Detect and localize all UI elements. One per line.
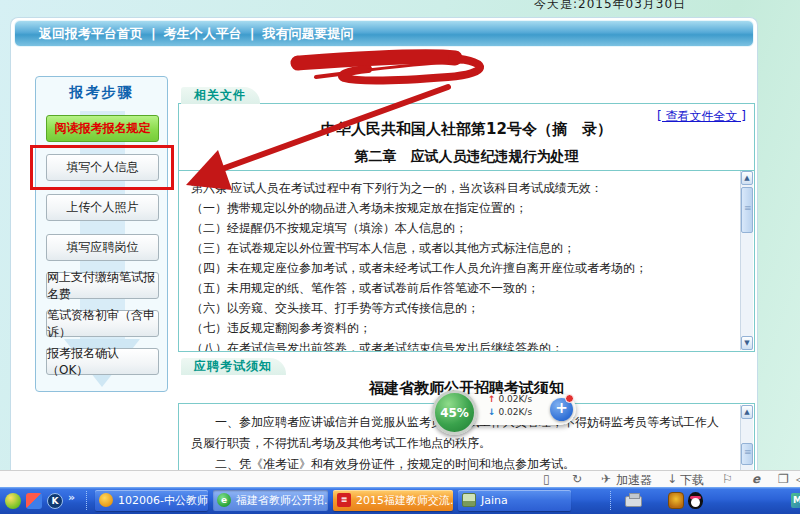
progress-circle[interactable]: 45% bbox=[432, 390, 477, 435]
accelerator-icon[interactable]: ✈ bbox=[601, 472, 611, 486]
flag-icon[interactable]: ⚐ bbox=[722, 472, 733, 486]
taskbar: K » 102006-中公教师考... e 福建省教师公开招... ≣ 2015… bbox=[0, 487, 800, 514]
regulation-line: （七）违反规定翻阅参考资料的； bbox=[191, 318, 730, 338]
tray-mascot-icon[interactable] bbox=[668, 492, 684, 509]
regulation-scrollbar[interactable]: ▲ ▼ bbox=[740, 171, 753, 350]
today-date: 今天是:2015年03月30日 bbox=[534, 0, 686, 13]
upload-speed: 0.02K/s bbox=[498, 394, 532, 404]
regulation-line: （一）携带规定以外的物品进入考场未按规定放在指定位置的； bbox=[191, 198, 730, 218]
speed-rates: ↑ 0.02K/s ↓ 0.02K/s bbox=[488, 393, 532, 419]
browser-status-bar: ▯ ↻ ✈ 加速器 ↓ 下载 ⚐ e ❐ ◁ bbox=[0, 470, 800, 487]
regulation-line: （四）未在规定座位参加考试，或者未经考试工作人员允许擅自离开座位或者考场的； bbox=[191, 258, 730, 278]
quicklaunch-app2-icon[interactable] bbox=[26, 493, 42, 509]
taskbutton-fujian-teacher-site[interactable]: e 福建省教师公开招... bbox=[213, 490, 328, 511]
mobile-icon[interactable]: ▯ bbox=[543, 472, 550, 486]
annotation-highlight-box bbox=[30, 145, 174, 190]
task2-app-icon: e bbox=[217, 493, 231, 507]
nav-separator: | bbox=[250, 26, 255, 41]
page-root: 今天是:2015年03月30日 返回报考平台首页 | 考生个人平台 | 我有问题… bbox=[0, 0, 800, 514]
tray-partial-app-icon[interactable]: M bbox=[791, 493, 800, 508]
tab-related-documents-label: 相关文件 bbox=[194, 87, 246, 104]
speaker-icon[interactable]: ◁ bbox=[796, 472, 800, 486]
nav-separator: | bbox=[151, 26, 156, 41]
window-icon[interactable]: ❐ bbox=[778, 472, 789, 486]
upload-arrow-icon: ↑ bbox=[488, 394, 496, 404]
step-read-rules-button[interactable]: 阅读报考报名规定 bbox=[46, 115, 159, 142]
scroll-up-icon[interactable]: ▲ bbox=[741, 405, 753, 419]
download-speed: 0.02K/s bbox=[498, 407, 532, 417]
refresh-icon[interactable]: ↻ bbox=[572, 472, 582, 486]
step-upload-photo-button[interactable]: 上传个人照片 bbox=[46, 194, 159, 221]
scroll-down-icon[interactable]: ▼ bbox=[741, 336, 753, 350]
task1-label: 102006-中公教师考... bbox=[118, 493, 208, 508]
task3-label: 2015福建教师交流... bbox=[356, 493, 453, 508]
scrollbar-thumb[interactable] bbox=[741, 187, 753, 233]
taskbutton-102006-zhonggong[interactable]: 102006-中公教师考... bbox=[95, 490, 208, 511]
speed-widget[interactable]: ↑ 0.02K/s ↓ 0.02K/s + 45% bbox=[432, 390, 597, 432]
tray-printer-icon[interactable] bbox=[625, 496, 642, 507]
task2-label: 福建省教师公开招... bbox=[236, 493, 328, 508]
regulation-line: （三）在试卷规定以外位置书写本人信息，或者以其他方式标注信息的； bbox=[191, 238, 730, 258]
step-confirm-button[interactable]: 报考报名确认（OK） bbox=[46, 348, 159, 375]
task4-app-icon bbox=[462, 493, 476, 507]
download-icon[interactable]: ↓ bbox=[667, 472, 677, 486]
regulation-text-area: 第六条 应试人员在考试过程中有下列行为之一的，当次该科目考试成绩无效： （一）携… bbox=[179, 170, 754, 351]
related-documents-box: [ 查看文件全文 ] 中华人民共和国人社部第12号令（摘 录） 第二章 应试人员… bbox=[178, 103, 755, 352]
taskbutton-2015-fujian-exchange[interactable]: ≣ 2015福建教师交流... bbox=[333, 490, 453, 511]
regulation-line: 第六条 应试人员在考试过程中有下列行为之一的，当次该科目考试成绩无效： bbox=[191, 178, 730, 198]
document-chapter: 第二章 应试人员违纪违规行为处理 bbox=[179, 148, 754, 166]
nav-link-personal-platform[interactable]: 考生个人平台 bbox=[164, 25, 242, 43]
scrollbar-thumb[interactable] bbox=[741, 443, 753, 465]
quicklaunch-k-app-icon[interactable]: K bbox=[47, 493, 63, 509]
task4-label: Jaina bbox=[481, 494, 508, 507]
sidebar-title: 报考步骤 bbox=[36, 84, 167, 102]
nav-link-ask-question[interactable]: 我有问题要提问 bbox=[263, 25, 354, 43]
tab-exam-notice: 应聘考试须知 bbox=[181, 358, 286, 375]
document-title: 中华人民共和国人社部第12号令（摘 录） bbox=[179, 120, 754, 139]
quicklaunch-expand-chevron-icon[interactable]: » bbox=[68, 491, 75, 504]
tray-qq-penguin-icon[interactable] bbox=[688, 492, 703, 509]
scroll-up-icon[interactable]: ▲ bbox=[741, 171, 753, 185]
step-fill-position-button[interactable]: 填写应聘岗位 bbox=[46, 234, 159, 261]
regulation-line: （二）经提醒仍不按规定填写（填涂）本人信息的； bbox=[191, 218, 730, 238]
ie-icon[interactable]: e bbox=[752, 472, 760, 486]
task3-app-icon: ≣ bbox=[337, 493, 351, 507]
quicklaunch-app1-icon[interactable] bbox=[5, 493, 21, 509]
download-arrow-icon: ↓ bbox=[488, 407, 496, 417]
notice-scrollbar[interactable]: ▲ bbox=[740, 405, 753, 470]
taskbar-separator bbox=[86, 491, 89, 510]
top-navbar: 返回报考平台首页 | 考生个人平台 | 我有问题要提问 bbox=[14, 20, 754, 47]
taskbutton-jaina[interactable]: Jaina bbox=[458, 490, 571, 511]
regulation-line: （八）在考试信号发出前答卷，或者考试结束信号发出后继续答卷的； bbox=[191, 338, 730, 351]
widget-notification-dot bbox=[565, 394, 574, 403]
tab-related-documents: 相关文件 bbox=[181, 87, 260, 104]
tab-exam-notice-label: 应聘考试须知 bbox=[194, 358, 272, 375]
regulation-line: （六）以旁窥、交头接耳、打手势等方式传接信息的； bbox=[191, 298, 730, 318]
notice-line: 二、凭《准考证》和有效身份证件，按规定的时间和地点参加考试。 bbox=[191, 454, 728, 470]
regulation-line: （五）未用规定的纸、笔作答，或者试卷前后作答笔迹不一致的； bbox=[191, 278, 730, 298]
task1-app-icon bbox=[99, 493, 113, 507]
steps-sidebar: 报考步骤 阅读报考报名规定 填写个人信息 上传个人照片 填写应聘岗位 网上支付缴… bbox=[35, 76, 168, 392]
step-qualification-review-button[interactable]: 笔试资格初审（含申诉） bbox=[46, 310, 159, 337]
step-pay-fee-button[interactable]: 网上支付缴纳笔试报名费 bbox=[46, 272, 159, 299]
taskbar-separator bbox=[610, 491, 613, 510]
nav-link-home[interactable]: 返回报考平台首页 bbox=[39, 25, 143, 43]
